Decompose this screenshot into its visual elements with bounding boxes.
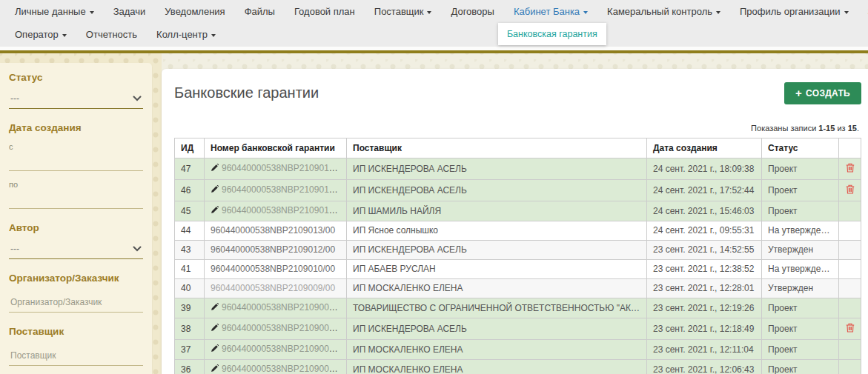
- cell-status: Проект: [762, 298, 839, 318]
- nav-item-contracts[interactable]: Договоры: [441, 0, 503, 23]
- cell-id: 46: [175, 180, 205, 201]
- supplier-filter-label: Поставщик: [9, 326, 143, 337]
- nav-item-label: Колл-центр: [156, 29, 208, 40]
- table-body: 47960440000538NBP2109016/00ИП ИСКЕНДЕРОВ…: [175, 158, 861, 374]
- nav-item-label: Оператор: [15, 29, 59, 40]
- cell-actions: [839, 260, 861, 279]
- menu-item-bank-guarantee[interactable]: Банковская гарантия: [498, 23, 606, 45]
- nav-item-org-profile[interactable]: Профиль организации: [730, 0, 858, 23]
- column-header-2[interactable]: Поставщик: [347, 138, 647, 158]
- chevron-down-icon: [211, 34, 216, 37]
- date-to-label: по: [9, 180, 143, 189]
- cell-status: Утвержден: [762, 241, 839, 260]
- cell-actions: [839, 201, 861, 221]
- nav-item-files[interactable]: Файлы: [235, 0, 285, 23]
- nav-item-personal-data[interactable]: Личные данные: [5, 0, 104, 23]
- cell-supplier: ИП ШАМИЛЬ НАЙЛЯ: [347, 201, 647, 221]
- nav-item-supplier[interactable]: Поставщик: [365, 0, 442, 23]
- cell-status: Проект: [762, 318, 839, 340]
- supplier-input[interactable]: [9, 347, 143, 366]
- cell-status: Проект: [762, 340, 839, 360]
- cell-guarantee-number: 960440000538NBP2109015/00: [205, 180, 347, 201]
- column-header-0[interactable]: ИД: [175, 138, 205, 158]
- edit-pencil-icon[interactable]: [211, 303, 219, 313]
- edit-pencil-icon[interactable]: [211, 185, 219, 196]
- cell-actions: [839, 318, 861, 340]
- nav-item-tasks[interactable]: Задачи: [104, 0, 156, 23]
- delete-trash-icon[interactable]: [846, 323, 855, 335]
- column-header-4[interactable]: Статус: [762, 138, 839, 158]
- nav-item-purchases[interactable]: Закупки: [858, 0, 868, 23]
- cell-id: 37: [175, 340, 205, 360]
- edit-pencil-icon[interactable]: [211, 206, 219, 216]
- cell-guarantee-number: 960440000538NBP2109013/00: [205, 221, 347, 241]
- filter-sidebar: Статус --- Дата создания с по Автор --- …: [0, 63, 152, 374]
- cell-supplier: ТОВАРИЩЕСТВО С ОГРАНИЧЕННОЙ ОТВЕТСТВЕННО…: [347, 298, 647, 318]
- brand-accent-bar: [0, 50, 868, 53]
- create-button[interactable]: + СОЗДАТЬ: [784, 82, 861, 104]
- cell-status: Проект: [762, 201, 839, 221]
- date-from-label: с: [9, 142, 143, 151]
- plus-icon: +: [795, 90, 802, 97]
- cell-id: 38: [175, 318, 205, 340]
- cell-guarantee-number: 960440000538NBP2109007/00: [205, 318, 347, 340]
- column-header-5[interactable]: [839, 138, 861, 158]
- nav-item-bank-cabinet[interactable]: Кабинет БанкаБанковская гарантия: [504, 0, 597, 23]
- table-row-39: 39960440000538NBP2109008/00ТОВАРИЩЕСТВО …: [175, 298, 861, 318]
- table-row-36: 36960440000538NBP2109005/00ИП МОСКАЛЕНКО…: [175, 360, 861, 374]
- organizer-filter-label: Организатор/Заказчик: [9, 273, 143, 284]
- table-row-47: 47960440000538NBP2109016/00ИП ИСКЕНДЕРОВ…: [175, 158, 861, 180]
- chevron-down-icon: [716, 11, 720, 14]
- table-header-row: ИДНомер банковской гарантииПоставщикДата…: [175, 138, 861, 158]
- cell-supplier: ИП Ясное солнышко: [347, 221, 647, 241]
- table-row-44: 44960440000538NBP2109013/00ИП Ясное солн…: [175, 221, 861, 241]
- cell-status: Проект: [762, 180, 839, 201]
- status-select[interactable]: ---: [9, 93, 143, 109]
- guarantee-number-text: 960440000538NBP2109016/00: [222, 163, 346, 173]
- chevron-down-icon: [62, 34, 67, 37]
- cell-actions: [839, 241, 861, 260]
- table-row-45: 45960440000538NBP2109014/00ИП ШАМИЛЬ НАЙ…: [175, 201, 861, 221]
- delete-trash-icon[interactable]: [846, 184, 855, 196]
- guarantee-number-text: 960440000538NBP2109012/00: [211, 244, 335, 255]
- cell-guarantee-number: 960440000538NBP2109009/00: [205, 279, 347, 298]
- open-dropdown-menu: Банковская гарантия: [498, 23, 606, 45]
- cell-guarantee-number: 960440000538NBP2109010/00: [205, 260, 347, 279]
- table-row-46: 46960440000538NBP2109015/00ИП ИСКЕНДЕРОВ…: [175, 180, 861, 201]
- column-header-1[interactable]: Номер банковской гарантии: [205, 138, 347, 158]
- column-header-3[interactable]: Дата создания: [647, 138, 762, 158]
- nav-item-label: Годовой план: [294, 6, 355, 17]
- cell-id: 41: [175, 260, 205, 279]
- table-row-40: 40960440000538NBP2109009/00ИП МОСКАЛЕНКО…: [175, 279, 861, 298]
- nav-item-call-center[interactable]: Колл-центр: [147, 23, 225, 46]
- cell-supplier: ИП ИСКЕНДЕРОВА АСЕЛЬ: [347, 180, 647, 201]
- cell-status: Проект: [762, 158, 839, 180]
- chevron-down-icon: [90, 11, 94, 14]
- nav-item-cameral-control[interactable]: Камеральный контроль: [597, 0, 730, 23]
- edit-pencil-icon[interactable]: [211, 164, 219, 174]
- edit-pencil-icon[interactable]: [211, 324, 219, 334]
- status-filter-label: Статус: [9, 72, 143, 83]
- cell-created-date: 24 сент. 2021 г., 15:46:03: [647, 201, 762, 221]
- cell-actions: [839, 298, 861, 318]
- organizer-input[interactable]: [9, 294, 143, 313]
- nav-item-notifications[interactable]: Уведомления: [155, 0, 234, 23]
- nav-item-operator[interactable]: Оператор: [5, 23, 76, 46]
- nav-item-label: Задачи: [113, 6, 146, 17]
- chevron-down-icon: [844, 11, 849, 14]
- date-to-input[interactable]: [9, 190, 143, 209]
- cell-status: На утверждении: [762, 221, 839, 241]
- cell-status: На утверждении: [762, 260, 839, 279]
- edit-pencil-icon[interactable]: [211, 344, 219, 355]
- author-select[interactable]: ---: [9, 244, 143, 259]
- date-from-input[interactable]: [9, 153, 143, 171]
- nav-item-annual-plan[interactable]: Годовой план: [285, 0, 365, 23]
- edit-pencil-icon[interactable]: [211, 364, 219, 374]
- cell-id: 44: [175, 221, 205, 241]
- chevron-down-icon: [583, 11, 588, 14]
- guarantee-number-text: 960440000538NBP2109006/00: [222, 344, 346, 354]
- nav-item-reporting[interactable]: Отчетность: [76, 23, 147, 46]
- delete-trash-icon[interactable]: [846, 163, 855, 175]
- cell-actions: [839, 158, 861, 180]
- create-button-label: СОЗДАТЬ: [806, 88, 850, 98]
